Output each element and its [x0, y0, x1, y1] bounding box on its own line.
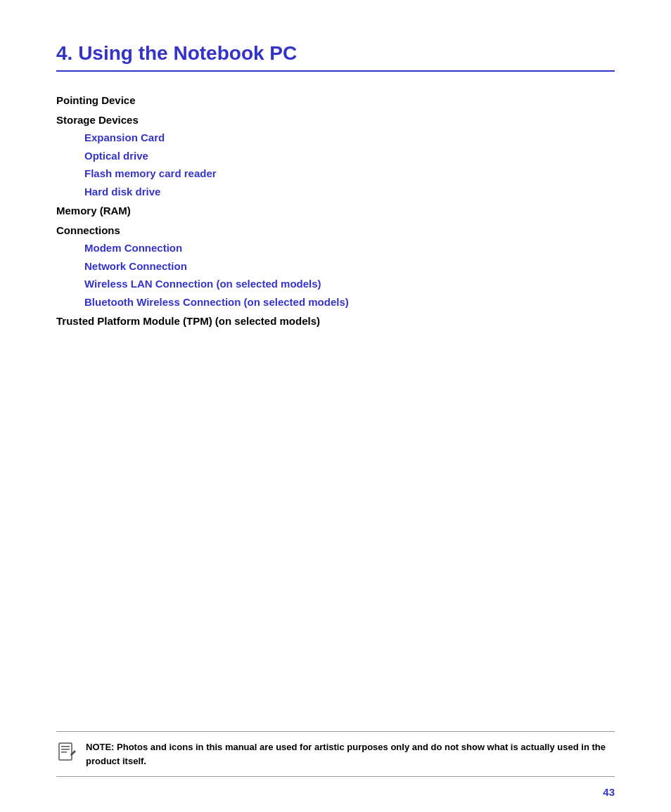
toc-item: Trusted Platform Module (TPM) (on select… [56, 312, 615, 330]
toc-item: Bluetooth Wireless Connection (on select… [56, 293, 615, 311]
toc-item: Expansion Card [56, 129, 615, 147]
toc-item: Pointing Device [56, 91, 615, 110]
toc-item: Modem Connection [56, 239, 615, 257]
svg-rect-3 [61, 752, 67, 753]
toc-item: Connections [56, 221, 615, 240]
footer-note: NOTE: Photos and icons in this manual ar… [56, 740, 615, 768]
page-container: 4. Using the Notebook PC Pointing Device… [0, 0, 671, 812]
footer-line-top [56, 731, 615, 732]
note-icon [56, 742, 77, 763]
toc-list: Pointing DeviceStorage DevicesExpansion … [56, 91, 615, 330]
toc-item: Storage Devices [56, 111, 615, 129]
footer-area: NOTE: Photos and icons in this manual ar… [56, 731, 615, 777]
chapter-title: 4. Using the Notebook PC [56, 42, 615, 65]
toc-item: Network Connection [56, 257, 615, 276]
toc-item: Flash memory card reader [56, 165, 615, 183]
toc-item: Optical drive [56, 147, 615, 165]
toc-item: Memory (RAM) [56, 202, 615, 220]
footer-line-bottom [56, 776, 615, 777]
page-number: 43 [603, 786, 615, 798]
footer-note-text: NOTE: Photos and icons in this manual ar… [86, 740, 615, 768]
svg-rect-1 [61, 746, 70, 747]
svg-rect-2 [61, 749, 70, 750]
toc-item: Hard disk drive [56, 183, 615, 201]
title-underline [56, 70, 615, 72]
toc-item: Wireless LAN Connection (on selected mod… [56, 275, 615, 293]
